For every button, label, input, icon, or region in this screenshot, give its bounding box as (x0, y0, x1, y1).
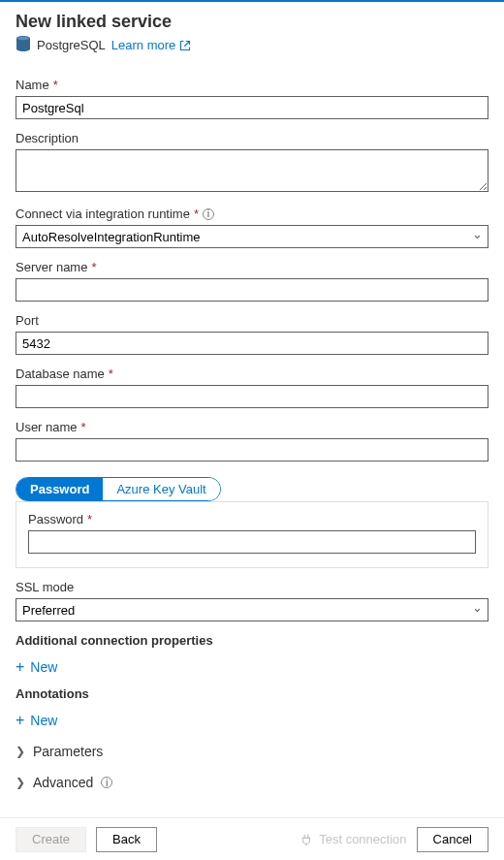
required-asterisk: * (87, 512, 92, 526)
database-label: Database name (16, 366, 105, 381)
add-connection-property-button[interactable]: + New (16, 659, 57, 675)
footer-bar: Create Back Test connection Cancel (0, 817, 504, 860)
port-label: Port (16, 313, 39, 328)
runtime-select[interactable]: AutoResolveIntegrationRuntime (16, 225, 488, 248)
port-field[interactable] (16, 332, 488, 355)
service-type-label: PostgreSQL (37, 38, 106, 52)
create-button: Create (16, 827, 86, 852)
password-label: Password (28, 512, 83, 526)
required-asterisk: * (53, 78, 58, 92)
password-field[interactable] (28, 530, 476, 554)
postgresql-icon (16, 36, 31, 54)
required-asterisk: * (194, 207, 199, 221)
username-field[interactable] (16, 438, 488, 462)
name-field[interactable] (16, 96, 488, 119)
chevron-right-icon: ❯ (16, 745, 25, 758)
cancel-button[interactable]: Cancel (417, 827, 488, 852)
plug-icon (299, 833, 313, 846)
advanced-label: Advanced (33, 775, 93, 790)
info-icon[interactable]: i (101, 777, 112, 788)
page-title: New linked service (16, 12, 488, 32)
info-icon[interactable]: i (203, 208, 214, 220)
test-connection-button: Test connection (299, 832, 406, 846)
required-asterisk: * (81, 420, 86, 434)
server-label: Server name (16, 260, 87, 274)
ssl-select[interactable]: Preferred (16, 598, 488, 621)
parameters-label: Parameters (33, 744, 103, 759)
required-asterisk: * (91, 260, 96, 274)
new-label: New (30, 659, 57, 675)
test-connection-label: Test connection (319, 832, 406, 846)
password-panel: Password* (16, 501, 488, 568)
advanced-expander[interactable]: ❯ Advanced i (16, 775, 488, 790)
required-asterisk: * (109, 366, 113, 381)
username-label: User name (16, 420, 78, 434)
external-link-icon (179, 40, 191, 51)
description-label: Description (16, 131, 79, 145)
runtime-label: Connect via integration runtime (16, 207, 190, 221)
description-field[interactable] (16, 149, 488, 192)
chevron-right-icon: ❯ (16, 776, 25, 789)
annotations-label: Annotations (16, 686, 89, 701)
learn-more-text: Learn more (111, 38, 175, 52)
back-button[interactable]: Back (96, 827, 157, 852)
server-field[interactable] (16, 278, 488, 302)
database-field[interactable] (16, 385, 488, 408)
ssl-label: SSL mode (16, 580, 74, 594)
plus-icon: + (16, 659, 24, 675)
password-source-toggle: Password Azure Key Vault (16, 477, 221, 501)
tab-azure-key-vault[interactable]: Azure Key Vault (103, 478, 219, 500)
svg-point-0 (17, 37, 29, 41)
parameters-expander[interactable]: ❯ Parameters (16, 744, 488, 759)
add-annotation-button[interactable]: + New (16, 713, 57, 728)
additional-props-label: Additional connection properties (16, 633, 213, 648)
new-label: New (30, 713, 57, 728)
name-label: Name (16, 78, 49, 92)
tab-password[interactable]: Password (16, 478, 103, 500)
panel-header: New linked service PostgreSQL Learn more (0, 2, 504, 58)
learn-more-link[interactable]: Learn more (111, 38, 191, 52)
plus-icon: + (16, 713, 24, 728)
